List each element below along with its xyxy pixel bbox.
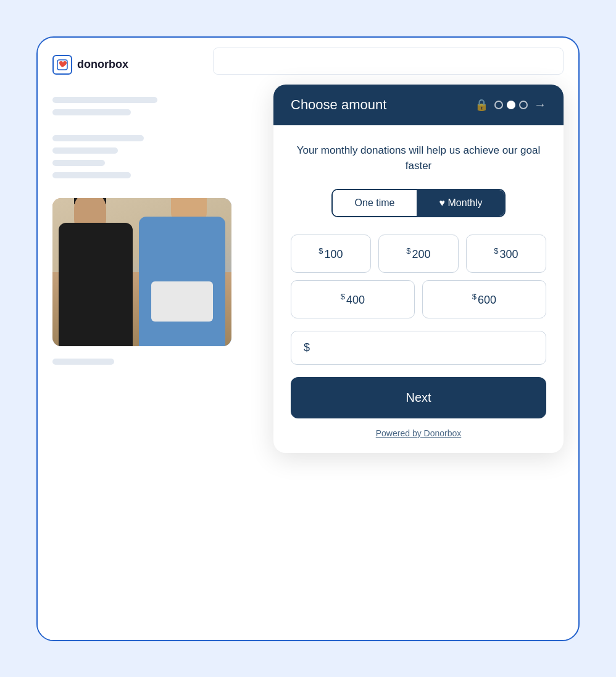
skeleton-group-1 [52,97,183,115]
powered-by-link[interactable]: Powered by Donorbox [291,428,546,438]
sidebar: donorbox [38,38,198,640]
next-button[interactable]: Next [291,377,546,418]
amount-100-button[interactable]: $100 [291,235,371,273]
laptop [151,281,213,322]
skeleton-group-2 [52,135,183,178]
step-dot-3 [519,101,528,109]
top-bar-area [198,48,578,75]
currency-symbol: $ [318,246,323,255]
donation-widget: Choose amount 🔒 → Your monthly donations… [273,85,564,453]
photo-scene [52,198,231,346]
amount-200-button[interactable]: $200 [378,235,459,273]
skeleton-line [52,147,118,154]
arrow-icon: → [534,98,546,112]
donorbox-logo-icon [52,55,72,75]
step-dot-2 [507,101,515,109]
amount-grid-row1: $100 $200 $300 [291,235,546,273]
widget-subtitle: Your monthly donations will help us achi… [291,143,546,174]
widget-title: Choose amount [291,97,386,113]
step-dot-1 [494,101,503,109]
top-bar-input-decoration [213,48,564,75]
skeleton-line [52,97,157,103]
widget-header-icons: 🔒 → [475,98,546,112]
step-dots [494,101,528,109]
person1-body [59,223,133,346]
currency-symbol: $ [472,292,477,301]
currency-symbol: $ [406,246,410,255]
amount-400-button[interactable]: $400 [291,280,415,318]
logo-text: donorbox [77,58,128,71]
monthly-button[interactable]: ♥ Monthly [417,190,504,216]
widget-body: Your monthly donations will help us achi… [273,125,564,453]
outer-card: donorbox [36,36,580,641]
lock-icon: 🔒 [475,98,488,112]
sidebar-bottom-skeleton [52,359,114,365]
custom-amount-wrap: $ [291,331,546,365]
skeleton-line [52,109,131,115]
amount-600-button[interactable]: $600 [422,280,546,318]
one-time-button[interactable]: One time [333,190,417,216]
skeleton-line [52,135,144,141]
logo-area: donorbox [52,55,183,75]
skeleton-line [52,172,131,178]
custom-amount-input[interactable] [315,341,533,354]
sidebar-photo [52,198,231,346]
frequency-toggle: One time ♥ Monthly [331,189,506,217]
amount-300-button[interactable]: $300 [466,235,546,273]
custom-currency-label: $ [304,341,310,354]
skeleton-line [52,160,105,166]
currency-symbol: $ [494,246,498,255]
widget-header: Choose amount 🔒 → [273,85,564,125]
currency-symbol: $ [341,292,345,301]
amount-grid-row2: $400 $600 [291,280,546,318]
